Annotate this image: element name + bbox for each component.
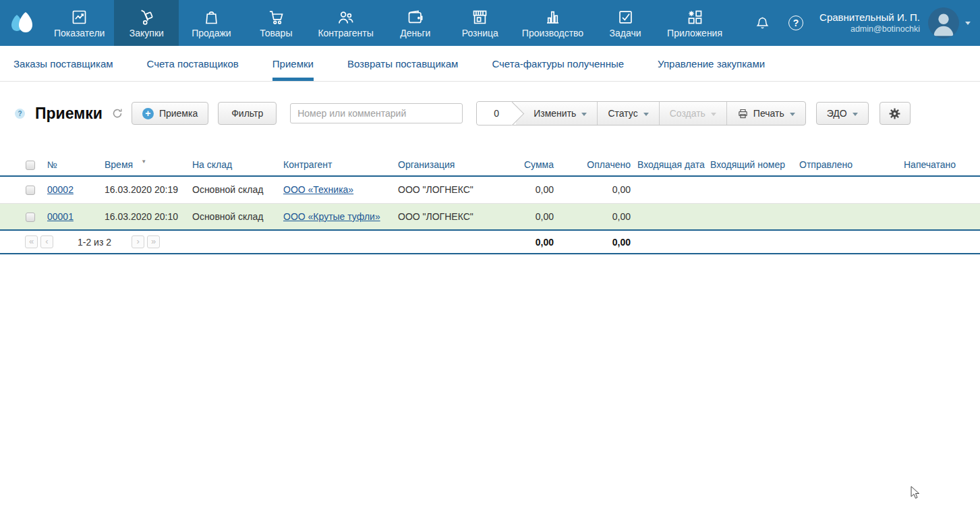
printer-icon: [737, 108, 749, 119]
column-incoming-date[interactable]: Входящая дата: [632, 154, 710, 176]
document-link[interactable]: 00002: [47, 184, 74, 195]
mouse-cursor: [909, 486, 922, 501]
select-all-checkbox[interactable]: [26, 161, 35, 170]
user-email: admin@botinochki: [819, 24, 920, 35]
cell-sent: [786, 203, 890, 230]
prev-page-button[interactable]: ‹: [40, 235, 53, 248]
page-title: Приемки: [35, 105, 103, 123]
column-warehouse[interactable]: На склад: [192, 154, 283, 176]
nav-item-label: Производство: [522, 28, 583, 38]
first-page-button[interactable]: «: [25, 235, 38, 248]
tab-receipts[interactable]: Приемки: [272, 46, 314, 81]
cell-printed: [890, 203, 980, 230]
retail-icon: [471, 8, 489, 26]
chevron-down-icon: [853, 113, 858, 116]
sort-desc-icon: ▼: [141, 159, 146, 165]
tab-supplier-invoices[interactable]: Счета поставщиков: [147, 46, 239, 81]
change-dropdown[interactable]: Изменить: [516, 102, 597, 125]
top-navigation: Показатели Закупки Продажи Товары: [0, 0, 980, 46]
cell-incoming-date: [632, 176, 710, 203]
column-number[interactable]: №: [47, 154, 105, 176]
row-checkbox[interactable]: [26, 186, 35, 195]
edo-dropdown[interactable]: ЭДО: [816, 102, 869, 125]
chevron-down-icon: [581, 113, 587, 116]
edo-label: ЭДО: [827, 108, 847, 119]
nav-item-tasks[interactable]: Задачи: [593, 0, 658, 46]
column-organization[interactable]: Организация: [398, 154, 509, 176]
toolbar: ? Приемки + Приемка Фильтр 0 Изменить Ст…: [0, 101, 980, 125]
chevron-down-icon: [790, 113, 795, 116]
cell-time: 16.03.2020 20:10: [105, 203, 192, 230]
tab-supplier-returns[interactable]: Возвраты поставщикам: [347, 46, 458, 81]
next-page-button[interactable]: ›: [132, 235, 144, 248]
cell-incoming-number: [710, 203, 786, 230]
table-row[interactable]: 00001 16.03.2020 20:10 Основной склад ОО…: [0, 203, 980, 230]
indicators-icon: [70, 8, 88, 26]
create-receipt-button[interactable]: + Приемка: [132, 102, 208, 125]
table-row[interactable]: 00002 16.03.2020 20:19 Основной склад ОО…: [0, 176, 980, 203]
nav-item-purchases[interactable]: Закупки: [114, 0, 179, 46]
refresh-icon[interactable]: [112, 108, 123, 119]
search-input[interactable]: [290, 103, 463, 123]
document-link[interactable]: 00001: [47, 211, 74, 222]
user-avatar[interactable]: [928, 7, 959, 38]
print-dropdown[interactable]: Печать: [726, 102, 805, 125]
create-dropdown-label: Создать: [670, 108, 705, 119]
cell-incoming-number: [710, 176, 786, 203]
cell-warehouse: Основной склад: [192, 176, 283, 203]
cell-sum: 0,00: [509, 176, 555, 203]
filter-button[interactable]: Фильтр: [218, 102, 277, 125]
section-tabs: Заказы поставщикам Счета поставщиков При…: [0, 46, 980, 82]
contractors-icon: [337, 8, 355, 26]
column-sum[interactable]: Сумма: [509, 154, 555, 176]
moysklad-logo-icon: [8, 10, 36, 36]
status-label: Статус: [608, 108, 637, 119]
help-icon[interactable]: ?: [788, 16, 803, 30]
last-page-button[interactable]: »: [147, 235, 160, 248]
tab-purchase-management[interactable]: Управление закупками: [658, 46, 765, 81]
user-menu-caret-icon[interactable]: [965, 22, 971, 25]
production-icon: [544, 8, 562, 26]
tasks-icon: [616, 8, 635, 26]
nav-item-retail[interactable]: Розница: [448, 0, 513, 46]
sales-icon: [202, 8, 221, 26]
receipts-table: № Время▼ На склад Контрагент Организация…: [0, 154, 980, 231]
cell-incoming-date: [632, 203, 710, 230]
user-menu[interactable]: Сравнительный И. П. admin@botinochki: [819, 11, 920, 34]
contractor-link[interactable]: ООО «Техника»: [283, 184, 353, 195]
create-dropdown: Создать: [659, 102, 726, 125]
nav-item-production[interactable]: Производство: [513, 0, 593, 46]
plus-icon: +: [142, 108, 154, 119]
table-header-row: № Время▼ На склад Контрагент Организация…: [0, 154, 980, 176]
print-label: Печать: [753, 108, 784, 119]
notifications-bell-icon[interactable]: [753, 14, 771, 32]
app-logo[interactable]: [0, 0, 45, 46]
user-name: Сравнительный И. П.: [819, 11, 920, 24]
selected-counter: 0: [477, 102, 516, 125]
column-sent[interactable]: Отправлено: [786, 154, 890, 176]
column-printed[interactable]: Напечатано: [890, 154, 980, 176]
page-help-icon[interactable]: ?: [15, 109, 25, 119]
column-paid[interactable]: Оплачено: [555, 154, 632, 176]
chevron-down-icon: [711, 113, 716, 116]
nav-item-label: Приложения: [667, 28, 722, 38]
column-contractor[interactable]: Контрагент: [283, 154, 398, 176]
column-incoming-number[interactable]: Входящий номер: [710, 154, 786, 176]
tab-received-invoices[interactable]: Счета-фактуры полученные: [492, 46, 624, 81]
main-menu: Показатели Закупки Продажи Товары: [45, 0, 732, 46]
column-time[interactable]: Время▼: [105, 154, 192, 176]
nav-item-money[interactable]: Деньги: [383, 0, 448, 46]
nav-item-indicators[interactable]: Показатели: [45, 0, 114, 46]
status-dropdown[interactable]: Статус: [597, 102, 658, 125]
nav-item-sales[interactable]: Продажи: [179, 0, 243, 46]
nav-item-goods[interactable]: Товары: [243, 0, 308, 46]
purchases-icon: [138, 8, 156, 26]
nav-item-contractors[interactable]: Контрагенты: [308, 0, 382, 46]
nav-item-apps[interactable]: Приложения: [658, 0, 732, 46]
settings-button[interactable]: [880, 102, 911, 125]
row-checkbox[interactable]: [26, 213, 35, 222]
tab-supplier-orders[interactable]: Заказы поставщикам: [13, 46, 113, 81]
column-time-label: Время: [105, 159, 133, 170]
cell-warehouse: Основной склад: [192, 203, 283, 230]
contractor-link[interactable]: ООО «Крутые туфли»: [283, 211, 380, 222]
